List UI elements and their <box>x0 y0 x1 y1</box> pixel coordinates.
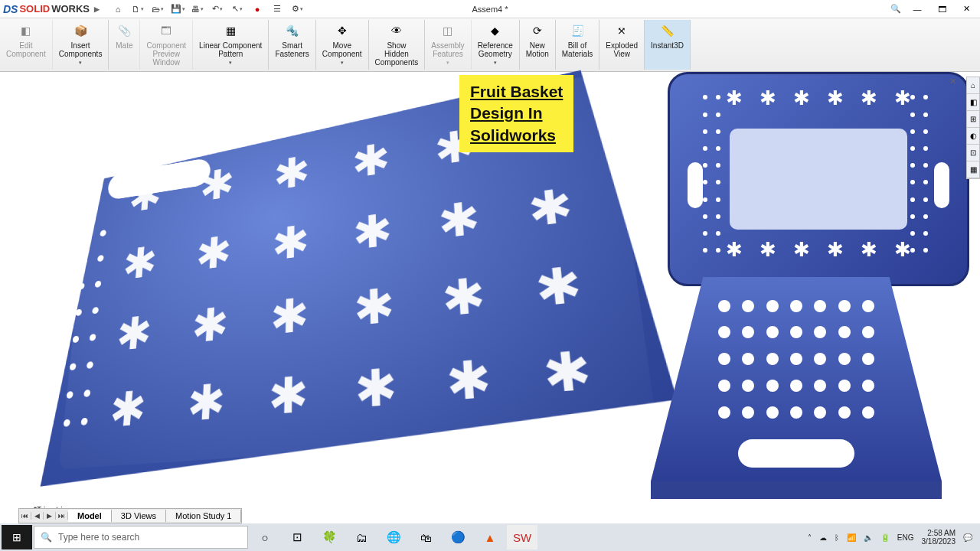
bottom-flower-row: ✱✱✱✱✱✱ <box>717 238 920 272</box>
tray-wifi-icon[interactable]: 📶 <box>847 533 856 542</box>
edit-component-button[interactable]: ◧Edit Component <box>0 20 53 70</box>
tab-model[interactable]: Model <box>68 510 112 522</box>
tab-next-icon[interactable]: ▶ <box>44 512 56 520</box>
minimize-button[interactable]: — <box>906 2 928 16</box>
command-ribbon: ◧Edit Component 📦Insert Components▾ 📎Mat… <box>0 18 980 72</box>
front-handle-slot <box>738 439 854 468</box>
brand-solid: SOLID <box>19 3 50 15</box>
exploded-view-icon: ⤧ <box>612 21 631 40</box>
bom-button[interactable]: 🧾Bill of Materials <box>556 20 600 70</box>
title-annotation: Fruit Basket Design In Solidworks <box>459 75 573 152</box>
search-placeholder: Type here to search <box>58 532 139 543</box>
right-dot-column <box>910 95 934 262</box>
taskbar-search[interactable]: 🔍 Type here to search <box>34 526 248 549</box>
smart-fasteners-icon: 🔩 <box>283 21 302 40</box>
tab-scroll-arrows: ⏮ ◀ ▶ ⏭ <box>19 512 68 520</box>
solidworks-task-icon[interactable]: SW <box>507 525 537 549</box>
taskpane-home-icon[interactable]: ⌂ <box>967 77 979 94</box>
home-icon[interactable]: ⌂ <box>110 2 126 16</box>
app-logo: DS SOLIDWORKS ▶ <box>3 3 100 15</box>
new-motion-icon: ⟳ <box>528 21 547 40</box>
taskpane-appearance-icon[interactable]: ◐ <box>967 128 979 145</box>
graphics-viewport[interactable]: Fruit Basket Design In Solidworks ✱✱✱✱✱✱… <box>0 72 980 517</box>
save-icon[interactable]: 💾 <box>170 2 185 16</box>
handle-slot-right <box>934 162 949 208</box>
maximize-button[interactable]: 🗖 <box>931 2 952 16</box>
instant3d-button[interactable]: 📏Instant3D <box>645 20 691 70</box>
store-icon[interactable]: 🛍 <box>410 525 441 549</box>
chevron-down-icon: ▾ <box>494 60 497 66</box>
bom-icon: 🧾 <box>568 21 586 40</box>
quick-access-toolbar: ⌂ 🗋 🗁 💾 🖶 ↶ ↖ ● ☰ ⚙ <box>110 2 305 16</box>
tab-3d-views[interactable]: 3D Views <box>112 510 166 522</box>
preview-window-button[interactable]: 🗔Component Preview Window <box>140 20 193 70</box>
taskpane-resources-icon[interactable]: ◧ <box>967 94 979 111</box>
show-hidden-icon: 👁 <box>387 21 406 40</box>
close-button[interactable]: ✕ <box>956 2 977 16</box>
insert-components-button[interactable]: 📦Insert Components▾ <box>53 20 109 70</box>
start-button[interactable]: ⊞ <box>2 525 32 549</box>
insert-components-icon: 📦 <box>71 21 90 40</box>
mate-icon: 📎 <box>115 21 133 40</box>
pane-close-icon[interactable]: ✕ <box>949 77 962 89</box>
handle-slot-left <box>688 162 702 208</box>
options-list-icon[interactable]: ☰ <box>270 2 285 16</box>
cortana-icon[interactable]: ○ <box>250 525 280 549</box>
tray-clock[interactable]: 2:58 AM 3/18/2023 <box>922 529 956 546</box>
exploded-view-button[interactable]: ⤧Exploded View <box>599 20 645 70</box>
bottom-tab-bar: ⏮ ◀ ▶ ⏭ Model 3D Views Motion Study 1 <box>18 508 242 523</box>
preview-window-icon: 🗔 <box>157 21 175 40</box>
open-icon[interactable]: 🗁 <box>150 2 165 16</box>
left-dot-column <box>703 95 727 262</box>
move-component-button[interactable]: ✥Move Component▾ <box>316 20 369 70</box>
basket-top-view: ✱✱✱✱✱✱ ✱✱✱✱✱✱ <box>668 72 969 286</box>
reference-geometry-icon: ◆ <box>486 21 505 40</box>
edit-component-icon: ◧ <box>17 21 35 40</box>
tray-volume-icon[interactable]: 🔈 <box>864 533 873 542</box>
search-tool-icon[interactable]: 🔍 <box>888 2 903 16</box>
tray-chevron-up-icon[interactable]: ˄ <box>808 533 812 542</box>
show-hidden-button[interactable]: 👁Show Hidden Components <box>369 20 426 70</box>
edge-icon[interactable]: 🌐 <box>378 525 409 549</box>
explorer-icon[interactable]: 🗂 <box>346 525 377 549</box>
chevron-down-icon: ▾ <box>79 60 82 66</box>
rebuild-icon[interactable]: ● <box>250 2 265 16</box>
ds-logo-icon: DS <box>3 3 18 15</box>
tab-first-icon[interactable]: ⏮ <box>19 512 31 520</box>
assembly-features-icon: ◫ <box>439 21 457 40</box>
tray-cloud-icon[interactable]: ☁ <box>819 533 827 542</box>
vlc-icon[interactable]: ▲ <box>475 525 505 549</box>
tab-last-icon[interactable]: ⏭ <box>56 512 68 520</box>
expand-icon[interactable]: ▶ <box>94 5 100 13</box>
tray-bluetooth-icon[interactable]: ᛒ <box>835 533 839 542</box>
clover-icon[interactable]: 🍀 <box>314 525 345 549</box>
tray-battery-icon[interactable]: 🔋 <box>880 533 890 542</box>
window-controls: 🔍 — 🗖 ✕ <box>888 2 977 16</box>
move-component-icon: ✥ <box>333 21 351 40</box>
chevron-down-icon: ▾ <box>446 60 449 66</box>
reference-geometry-button[interactable]: ◆Reference Geometry▾ <box>472 20 520 70</box>
search-icon: 🔍 <box>41 532 52 543</box>
tray-language[interactable]: ENG <box>897 533 914 542</box>
select-cursor-icon[interactable]: ↖ <box>230 2 245 16</box>
taskpane-properties-icon[interactable]: ⊡ <box>967 145 979 161</box>
basket-isometric-view <box>28 47 695 504</box>
assembly-features-button[interactable]: ◫Assembly Features▾ <box>425 20 471 70</box>
mate-button[interactable]: 📎Mate <box>109 20 140 70</box>
new-doc-icon[interactable]: 🗋 <box>130 2 145 16</box>
tab-prev-icon[interactable]: ◀ <box>31 512 44 520</box>
settings-gear-icon[interactable]: ⚙ <box>289 2 305 16</box>
task-view-icon[interactable]: ⊡ <box>282 525 312 549</box>
print-icon[interactable]: 🖶 <box>190 2 205 16</box>
taskpane-library-icon[interactable]: ⊞ <box>967 111 979 128</box>
linear-pattern-button[interactable]: ▦Linear Component Pattern▾ <box>193 20 269 70</box>
smart-fasteners-button[interactable]: 🔩Smart Fasteners <box>269 20 315 70</box>
new-motion-button[interactable]: ⟳New Motion <box>520 20 556 70</box>
chrome-icon[interactable]: 🔵 <box>443 525 473 549</box>
tab-motion-study[interactable]: Motion Study 1 <box>166 510 241 522</box>
task-pane: ⌂ ◧ ⊞ ◐ ⊡ ▦ <box>966 77 980 179</box>
undo-icon[interactable]: ↶ <box>210 2 225 16</box>
notifications-icon[interactable]: 💬 <box>963 533 972 542</box>
basket-front-view <box>651 277 942 499</box>
taskpane-forum-icon[interactable]: ▦ <box>967 161 979 178</box>
